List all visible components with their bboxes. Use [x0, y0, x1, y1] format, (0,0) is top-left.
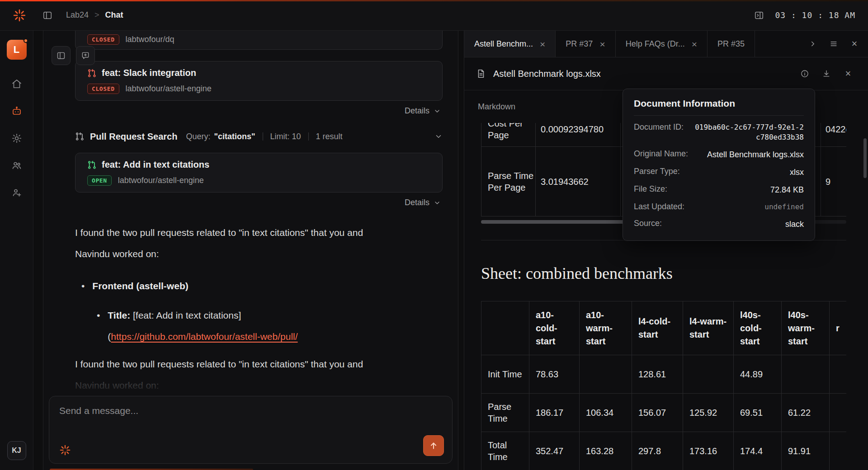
- tab-help-faqs[interactable]: Help FAQs (Dr... ×: [616, 31, 708, 57]
- chevron-down-icon: [434, 132, 443, 141]
- status-badge: CLOSED: [87, 84, 119, 94]
- table-row: Init Time 78.63 128.61 44.89: [481, 355, 847, 394]
- cell: 106.34: [580, 394, 632, 432]
- metric-value-clipped: 9: [821, 147, 847, 216]
- info-button[interactable]: [797, 66, 813, 82]
- details-toggle[interactable]: Details: [75, 198, 443, 207]
- message-input[interactable]: [49, 396, 452, 463]
- info-label: Original Name:: [634, 149, 688, 159]
- close-icon[interactable]: ×: [599, 39, 605, 49]
- topbar-right: 03 : 10 : 18 AM: [754, 10, 855, 20]
- column-header: l4-warm-start: [683, 301, 734, 355]
- bullet-text: Frontend (astell-web): [92, 275, 188, 296]
- message-line: Navindu worked on:: [75, 375, 443, 396]
- close-panel-button[interactable]: ×: [846, 36, 863, 52]
- info-value: undefined: [692, 202, 804, 212]
- pr-card-peek[interactable]: CLOSED labtwofour/dq: [75, 31, 443, 50]
- view-mode-label[interactable]: Markdown: [478, 102, 515, 112]
- topbar: Lab24 > Chat 03 : 10 : 18 AM: [0, 0, 868, 31]
- cell: 297.8: [632, 432, 683, 470]
- message-composer[interactable]: [49, 396, 453, 464]
- cell: [580, 355, 632, 394]
- gear-icon: [11, 133, 22, 144]
- workspace-logo[interactable]: L: [7, 40, 27, 60]
- collapse-toggle[interactable]: [434, 132, 443, 141]
- user-avatar[interactable]: KJ: [7, 441, 26, 460]
- breadcrumb-page[interactable]: Chat: [105, 10, 123, 20]
- info-row: Last Updated: undefined: [634, 202, 804, 212]
- cell: 69.51: [734, 394, 782, 432]
- details-toggle[interactable]: Details: [75, 106, 443, 116]
- cell: 91.91: [782, 432, 830, 470]
- settings-nav-button[interactable]: [11, 133, 22, 144]
- download-button[interactable]: [818, 66, 835, 82]
- sidebar-toggle-button[interactable]: [42, 10, 52, 20]
- cell: 352.47: [529, 432, 580, 470]
- close-icon[interactable]: ×: [692, 39, 697, 49]
- metric-value-clipped: 0422e: [821, 123, 847, 147]
- column-header: [481, 301, 529, 355]
- close-icon[interactable]: ×: [540, 39, 545, 49]
- details-label: Details: [405, 198, 429, 207]
- file-name: Astell Benchmark logs.xlsx: [493, 69, 601, 79]
- invite-nav-button[interactable]: [11, 187, 22, 198]
- chat-toolbar: [52, 46, 95, 65]
- app-logo-icon: [13, 9, 26, 22]
- app-root: Lab24 > Chat 03 : 10 : 18 AM L: [0, 0, 868, 470]
- message-plus-icon: [81, 51, 90, 60]
- cell: 125.92: [683, 394, 734, 432]
- tab-list-button[interactable]: [826, 36, 842, 52]
- cell: 78.63: [529, 355, 580, 394]
- new-chat-button[interactable]: [76, 46, 95, 65]
- close-document-button[interactable]: ×: [840, 66, 856, 82]
- panel-left-icon: [42, 10, 52, 20]
- info-value: slack: [669, 219, 804, 230]
- rail-nav: [11, 79, 22, 198]
- breadcrumb-app[interactable]: Lab24: [66, 10, 89, 20]
- pr-card-text-citations[interactable]: feat: Add in text citations OPEN labtwof…: [75, 153, 443, 193]
- tab-pr-35[interactable]: PR #35: [708, 31, 755, 57]
- tab-label: PR #35: [717, 39, 745, 49]
- message-line: I found the two pull requests related to…: [75, 222, 443, 243]
- assistant-message: I found the two pull requests related to…: [75, 222, 443, 264]
- query-label: Query:: [186, 132, 210, 141]
- breadcrumb-separator: >: [94, 10, 99, 20]
- info-value: Astell Benchmark logs.xlsx: [695, 149, 804, 160]
- column-header: r: [830, 301, 847, 355]
- info-row: Parser Type: xlsx: [634, 167, 804, 178]
- cell: 128.61: [632, 355, 683, 394]
- tool-call-title: Pull Request Search: [90, 132, 177, 142]
- tab-label: Astell Benchm...: [474, 39, 533, 49]
- bullet-icon: •: [81, 275, 85, 296]
- send-button[interactable]: [423, 435, 444, 456]
- arrow-up-icon: [429, 441, 439, 451]
- tabbar-tools: ×: [805, 31, 868, 57]
- row-label: Total Time: [481, 432, 529, 470]
- spark-icon: [59, 444, 71, 456]
- sheet-table: a10-cold-start a10-warm-start l4-cold-st…: [481, 301, 846, 470]
- pull-request-search-header[interactable]: Pull Request Search Query: "citations" L…: [75, 127, 443, 146]
- git-pull-request-icon: [87, 69, 96, 78]
- assistant-nav-button[interactable]: [11, 106, 22, 117]
- vertical-scrollbar-thumb[interactable]: [863, 138, 867, 178]
- scroll-tabs-button[interactable]: [805, 36, 821, 52]
- pr-card-slack-integration[interactable]: feat: Slack integration CLOSED labtwofou…: [75, 61, 443, 101]
- members-nav-button[interactable]: [11, 160, 22, 171]
- info-row: Source: slack: [634, 219, 804, 230]
- column-header: l40s-cold-start: [734, 301, 782, 355]
- popover-title: Document Information: [634, 98, 804, 116]
- right-panel-toggle-button[interactable]: [754, 10, 764, 20]
- tab-astell-benchmark[interactable]: Astell Benchm... ×: [464, 31, 556, 57]
- users-icon: [11, 160, 22, 171]
- info-icon: [800, 69, 809, 78]
- panel-tabbar: Astell Benchm... × PR #37 × Help FAQs (D…: [464, 31, 868, 57]
- home-nav-button[interactable]: [11, 79, 22, 89]
- table-row: Total Time 352.47 163.28 297.8 173.16 17…: [481, 432, 847, 470]
- file-header: Astell Benchmark logs.xlsx ×: [464, 57, 868, 90]
- pr-link[interactable]: https://github.com/labtwofour/astell-web…: [111, 331, 297, 342]
- toggle-history-button[interactable]: [52, 46, 71, 65]
- cell: 174.4: [734, 432, 782, 470]
- tab-pr-37[interactable]: PR #37 ×: [556, 31, 615, 57]
- cell: 186.17: [529, 394, 580, 432]
- assistant-message-repeat: I found the two pull requests related to…: [75, 353, 443, 396]
